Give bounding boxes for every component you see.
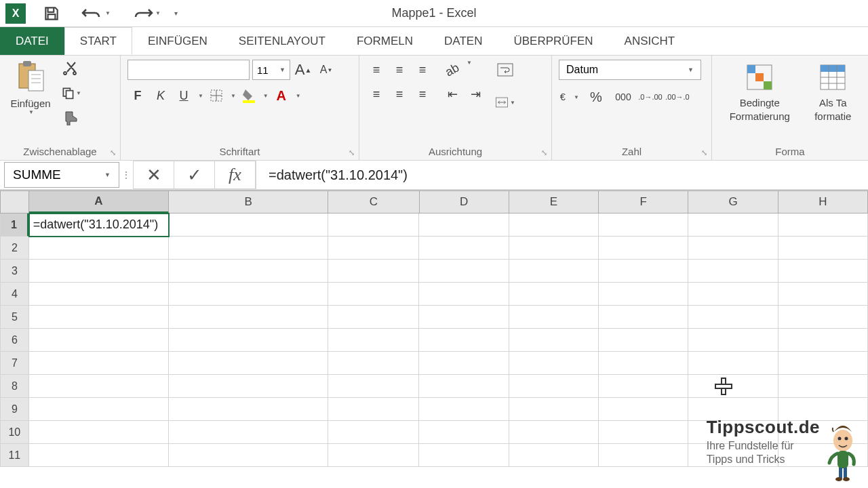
chevron-down-icon[interactable]: ▼ xyxy=(296,93,301,99)
insert-function-button[interactable]: fx xyxy=(215,161,256,188)
row-header-4[interactable]: 4 xyxy=(0,283,29,306)
cell[interactable] xyxy=(688,329,778,352)
cell[interactable] xyxy=(778,283,868,306)
cell[interactable] xyxy=(599,444,688,467)
dialog-launcher-icon[interactable]: ⤡ xyxy=(110,148,116,157)
row-header-3[interactable]: 3 xyxy=(0,260,29,283)
italic-button[interactable]: K xyxy=(151,85,171,106)
cell[interactable] xyxy=(778,214,868,237)
cell[interactable] xyxy=(599,260,688,283)
qat-customize-icon[interactable]: ▾ xyxy=(174,9,178,17)
cell[interactable] xyxy=(688,352,778,375)
align-bottom-icon[interactable]: ≡ xyxy=(412,60,433,80)
cell[interactable] xyxy=(169,283,328,306)
cell[interactable] xyxy=(169,306,328,329)
col-header-C[interactable]: C xyxy=(328,190,419,214)
chevron-down-icon[interactable]: ▼ xyxy=(231,93,236,99)
cell[interactable] xyxy=(419,237,509,260)
cell[interactable] xyxy=(778,329,868,352)
cut-icon[interactable] xyxy=(61,60,81,77)
paste-button[interactable]: Einfügen ▼ xyxy=(7,60,54,115)
chevron-down-icon[interactable]: ▼ xyxy=(28,109,34,115)
cell[interactable] xyxy=(29,444,169,467)
shrink-font-icon[interactable]: A▼ xyxy=(316,60,336,80)
cell[interactable] xyxy=(328,237,419,260)
row-header-2[interactable]: 2 xyxy=(0,237,29,260)
cell[interactable] xyxy=(419,306,509,329)
cell[interactable] xyxy=(599,306,688,329)
cell[interactable] xyxy=(328,214,419,237)
cell[interactable] xyxy=(419,260,509,283)
chevron-down-icon[interactable]: ▼ xyxy=(263,93,269,99)
cell[interactable] xyxy=(509,214,599,237)
cell[interactable] xyxy=(419,444,509,467)
cell[interactable] xyxy=(29,260,169,283)
tab-start[interactable]: START xyxy=(64,27,132,55)
cell[interactable] xyxy=(328,329,419,352)
row-header-1[interactable]: 1 xyxy=(0,214,29,237)
col-header-B[interactable]: B xyxy=(169,190,328,214)
select-all-corner[interactable] xyxy=(0,190,29,214)
cell[interactable] xyxy=(509,237,599,260)
row-header-6[interactable]: 6 xyxy=(0,329,29,352)
borders-icon[interactable] xyxy=(206,85,226,106)
cell[interactable] xyxy=(509,375,599,398)
cell[interactable] xyxy=(328,283,419,306)
cell[interactable] xyxy=(328,306,419,329)
cell[interactable] xyxy=(509,283,599,306)
row-header-10[interactable]: 10 xyxy=(0,421,29,444)
conditional-formatting-button[interactable]: Bedingte Formatierung xyxy=(719,60,801,123)
cell[interactable] xyxy=(169,398,328,421)
chevron-down-icon[interactable]: ▼ xyxy=(198,93,203,99)
save-icon[interactable] xyxy=(43,5,60,22)
cell[interactable] xyxy=(778,260,868,283)
cell[interactable] xyxy=(599,329,688,352)
cell[interactable] xyxy=(328,444,419,467)
col-header-H[interactable]: H xyxy=(778,190,868,214)
cell[interactable] xyxy=(778,375,868,398)
bold-button[interactable]: F xyxy=(127,85,148,106)
grow-font-icon[interactable]: A▲ xyxy=(293,60,313,80)
font-size-combo[interactable]: 11▼ xyxy=(252,60,290,80)
cell[interactable] xyxy=(419,283,509,306)
cell[interactable] xyxy=(169,352,328,375)
tab-data[interactable]: DATEN xyxy=(429,27,498,55)
format-painter-icon[interactable] xyxy=(61,108,81,126)
cell[interactable] xyxy=(419,214,509,237)
cell[interactable] xyxy=(688,214,778,237)
cell[interactable] xyxy=(29,283,169,306)
cell[interactable] xyxy=(328,421,419,444)
cell[interactable] xyxy=(599,352,688,375)
cell[interactable] xyxy=(688,283,778,306)
col-header-A[interactable]: A xyxy=(29,190,169,214)
cell[interactable] xyxy=(419,329,509,352)
cell[interactable] xyxy=(29,398,169,421)
tab-view[interactable]: ANSICHT xyxy=(609,27,691,55)
cell[interactable] xyxy=(509,329,599,352)
cell[interactable] xyxy=(599,375,688,398)
cell[interactable] xyxy=(169,375,328,398)
cell[interactable] xyxy=(778,306,868,329)
cell[interactable] xyxy=(328,352,419,375)
cell[interactable] xyxy=(778,352,868,375)
name-box[interactable]: SUMME▼ xyxy=(4,162,119,188)
cell[interactable] xyxy=(29,329,169,352)
redo-icon[interactable]: ▼ xyxy=(131,7,161,20)
cell[interactable] xyxy=(599,214,688,237)
cell[interactable] xyxy=(29,237,169,260)
percent-format-icon[interactable]: % xyxy=(586,87,606,107)
cell[interactable] xyxy=(328,260,419,283)
row-header-8[interactable]: 8 xyxy=(0,375,29,398)
cell[interactable] xyxy=(328,398,419,421)
tab-review[interactable]: ÜBERPRÜFEN xyxy=(498,27,608,55)
cell[interactable] xyxy=(29,375,169,398)
cell[interactable] xyxy=(169,421,328,444)
row-header-5[interactable]: 5 xyxy=(0,306,29,329)
cell[interactable] xyxy=(599,398,688,421)
row-header-9[interactable]: 9 xyxy=(0,398,29,421)
dialog-launcher-icon[interactable]: ⤡ xyxy=(541,148,547,157)
cell[interactable] xyxy=(169,329,328,352)
cell[interactable] xyxy=(688,260,778,283)
number-format-combo[interactable]: Datum▼ xyxy=(559,60,701,80)
accounting-format-icon[interactable]: €▼ xyxy=(559,87,579,107)
